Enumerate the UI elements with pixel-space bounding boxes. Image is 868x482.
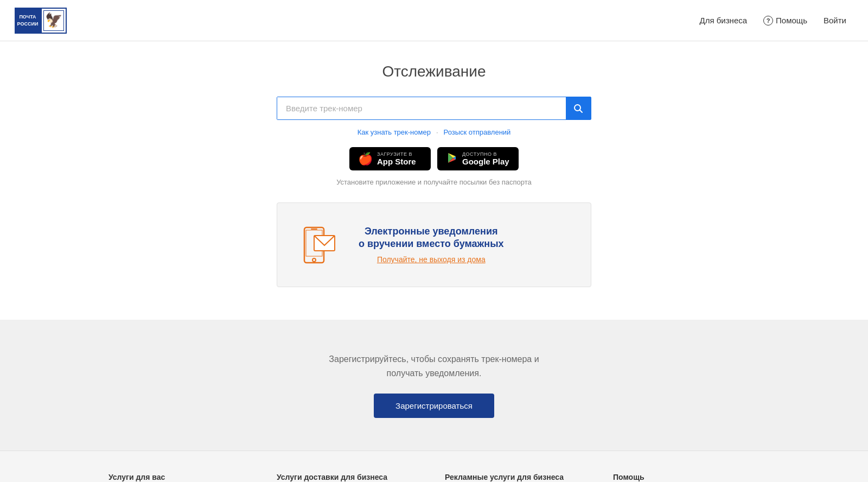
appstore-name: App Store: [377, 157, 416, 166]
header-nav: Для бизнеса ? Помощь Войти: [700, 16, 846, 26]
parcel-search-link[interactable]: Розыск отправлений: [444, 128, 511, 136]
footer-col-business-delivery: Услуги доставки для бизнеса Отправка пис…: [277, 473, 423, 482]
header: ПОЧТА РОССИИ 🦅 Для бизнеса ? Помощь Войт…: [0, 0, 868, 41]
appstore-subtitle: Загрузите в: [377, 151, 416, 157]
nav-help-label: Помощь: [776, 16, 807, 25]
banner-link[interactable]: Получайте, не выходя из дома: [377, 255, 486, 264]
nav-help-link[interactable]: ? Помощь: [763, 16, 807, 26]
footer-col3-heading: Рекламные услуги для бизнеса: [445, 473, 591, 481]
apple-icon: 🍎: [358, 153, 373, 165]
register-text: Зарегистрируйтесь, чтобы сохранять трек-…: [11, 352, 857, 380]
footer-columns: Услуги для вас Отслеживание Письма Посыл…: [108, 473, 760, 482]
googleplay-name: Google Play: [462, 157, 509, 166]
svg-text:🦅: 🦅: [45, 11, 63, 29]
banner-text: Электронные уведомления о вручении вмест…: [359, 225, 504, 265]
separator: ·: [436, 128, 438, 136]
footer-col4-heading: Помощь: [613, 473, 760, 481]
main-section: Отслеживание Как узнать трек-номер · Роз…: [0, 41, 868, 451]
logo-text: ПОЧТА РОССИИ: [15, 8, 41, 34]
footer: Услуги для вас Отслеживание Письма Посыл…: [0, 451, 868, 482]
banner-title: Электронные уведомления о вручении вмест…: [359, 225, 504, 251]
search-input[interactable]: [277, 97, 566, 119]
footer-col-help: Помощь Популярные вопросы Обслуживание л…: [613, 473, 760, 482]
page-title: Отслеживание: [201, 63, 667, 80]
footer-col1-heading: Услуги для вас: [108, 473, 255, 481]
svg-point-10: [312, 258, 316, 262]
svg-rect-11: [311, 229, 317, 230]
search-container: [277, 97, 591, 120]
search-icon: [573, 104, 583, 113]
logo[interactable]: ПОЧТА РОССИИ 🦅: [22, 5, 60, 35]
nav-login-link[interactable]: Войти: [824, 16, 846, 25]
search-links: Как узнать трек-номер · Розыск отправлен…: [201, 128, 667, 136]
search-button[interactable]: [566, 97, 591, 119]
nav-business-link[interactable]: Для бизнеса: [700, 16, 748, 25]
logo-eagle-icon: 🦅: [41, 8, 67, 34]
banner-icon: [299, 219, 342, 270]
footer-col-personal: Услуги для вас Отслеживание Письма Посыл…: [108, 473, 255, 482]
notification-banner: Электронные уведомления о вручении вмест…: [277, 202, 591, 287]
help-circle-icon: ?: [763, 16, 773, 26]
register-button[interactable]: Зарегистрироваться: [374, 394, 494, 418]
googleplay-button[interactable]: Доступно в Google Play: [437, 147, 519, 170]
track-number-help-link[interactable]: Как узнать трек-номер: [358, 128, 431, 136]
googleplay-icon: [446, 152, 458, 166]
footer-col-advertising: Рекламные услуги для бизнеса Локальные р…: [445, 473, 591, 482]
app-buttons: 🍎 Загрузите в App Store Доступно в: [201, 147, 667, 170]
footer-col2-heading: Услуги доставки для бизнеса: [277, 473, 423, 481]
googleplay-subtitle: Доступно в: [462, 151, 509, 157]
svg-line-3: [580, 110, 583, 112]
register-section: Зарегистрируйтесь, чтобы сохранять трек-…: [0, 320, 868, 451]
app-promo-text: Установите приложение и получайте посылк…: [201, 178, 667, 186]
appstore-button[interactable]: 🍎 Загрузите в App Store: [349, 147, 431, 170]
